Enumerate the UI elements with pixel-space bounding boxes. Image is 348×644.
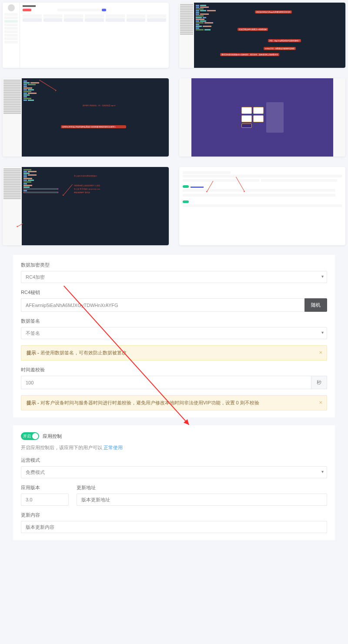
alert-text: 若使用数据签名，可有效防止数据被篡改 — [40, 350, 127, 355]
close-icon[interactable]: × — [319, 399, 322, 406]
app-control-toggle[interactable]: 开启 — [21, 432, 39, 440]
normal-use-link[interactable]: 正常使用 — [104, 445, 123, 450]
app-control-desc: 开启应用控制后，该应用下的用户可以 正常使用 — [21, 444, 327, 451]
timestamp-label: 时间差校验 — [21, 367, 327, 373]
update-url-input[interactable] — [77, 494, 327, 506]
thumb-admin-panel — [3, 3, 169, 68]
timestamp-input[interactable] — [21, 376, 311, 389]
rc4-key-input[interactable] — [21, 298, 304, 312]
update-url-label: 更新地址 — [77, 484, 327, 491]
update-content-group: 更新内容 — [21, 512, 327, 533]
update-content-label: 更新内容 — [21, 512, 327, 518]
screenshot-gallery: 把这里改称自己的app名和要加密的没有找到 这里是通过API口的密文rc4加密结… — [0, 0, 348, 248]
mode-group: 运营模式 免费模式 — [21, 457, 327, 478]
sign-label: 数据签名 — [21, 318, 327, 324]
encrypt-type-select[interactable]: RC4加密 — [21, 271, 327, 283]
encrypt-type-group: 数据加密类型 RC4加密 — [21, 262, 327, 283]
alert-prefix: 提示 - — [27, 350, 40, 355]
timestamp-group: 时间差校验 秒 — [21, 367, 327, 389]
update-content-input[interactable] — [21, 521, 327, 533]
sign-group: 数据签名 不签名 — [21, 318, 327, 339]
sign-select[interactable]: 不签名 — [21, 327, 327, 339]
thumb-designer — [179, 78, 345, 157]
rc4-key-group: RC4秘钥 随机 — [21, 289, 327, 312]
settings-form-wrap: 数据加密类型 RC4加密 RC4秘钥 随机 数据签名 不签名 提示 — [0, 248, 348, 561]
mode-label: 运营模式 — [21, 457, 327, 464]
app-control-title: 应用控制 — [43, 433, 62, 440]
close-icon[interactable]: × — [319, 349, 322, 356]
version-label: 应用版本 — [21, 484, 69, 491]
thumb-ide-appid: 跳到两个同级类似，20，替换的就是app id 去到Dev开发包公司自有源码提取… — [3, 78, 169, 157]
app-control-toggle-row: 开启 应用控制 — [21, 432, 327, 440]
thumb-ide-dark: 把这里改称自己的app名和要加密的没有找到 这里是通过API口的密文rc4加密结… — [179, 3, 345, 68]
random-button[interactable]: 随机 — [304, 298, 327, 312]
update-url-group: 更新地址 — [77, 484, 327, 506]
sign-alert: 提示 - 若使用数据签名，可有效防止数据被篡改 × — [21, 345, 327, 360]
alert-text: 对客户设备时间与服务器时间进行时差校验，避免用户修改本地时间非法使用VIP功能，… — [40, 400, 259, 405]
mode-select[interactable]: 免费模式 — [21, 466, 327, 478]
encryption-card: 数据加密类型 RC4加密 RC4秘钥 随机 数据签名 不签名 提示 — [13, 255, 335, 417]
timestamp-unit: 秒 — [311, 376, 327, 389]
thumb-form-panel — [179, 167, 345, 245]
thumb-ide-login: 登上面引用 账号密码用的接口 用的密码跟上面直接调的个人信息 在上面 登录用接口… — [3, 167, 169, 245]
app-control-card: 开启 应用控制 开启应用控制后，该应用下的用户可以 正常使用 运营模式 免费模式… — [13, 425, 335, 540]
encrypt-type-label: 数据加密类型 — [21, 262, 327, 268]
version-group: 应用版本 — [21, 484, 69, 506]
alert-prefix: 提示 - — [27, 400, 40, 405]
version-input[interactable] — [21, 494, 69, 506]
